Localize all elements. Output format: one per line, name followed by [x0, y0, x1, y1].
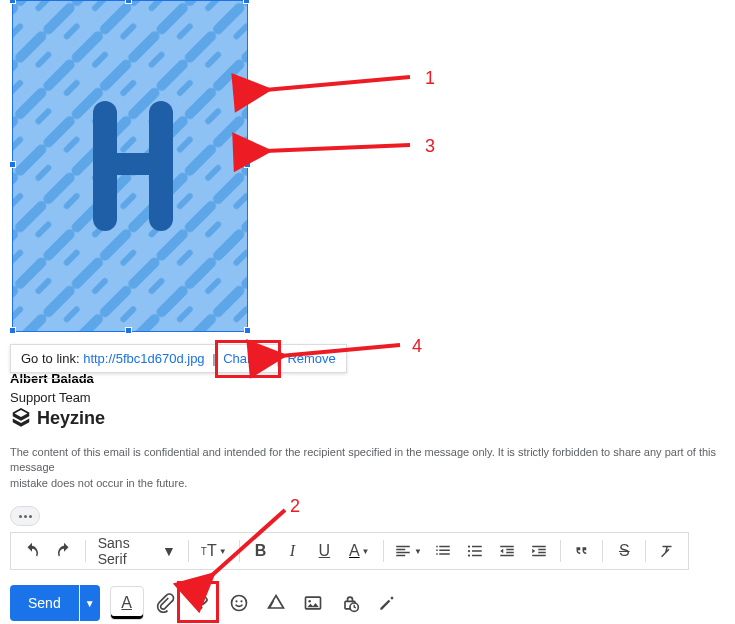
signature-name: Albert Balada — [10, 371, 94, 386]
confidential-mode-button[interactable] — [334, 587, 366, 619]
resize-handle-tr[interactable] — [243, 0, 250, 4]
italic-button[interactable]: I — [278, 536, 308, 566]
bold-button[interactable]: B — [246, 536, 276, 566]
insert-link-button[interactable] — [186, 587, 218, 619]
resize-handle-tl[interactable] — [9, 0, 16, 4]
toolbar-separator — [383, 540, 384, 562]
formatting-options-button[interactable]: A — [110, 586, 144, 620]
insert-signature-button[interactable] — [371, 587, 403, 619]
indent-more-button[interactable] — [524, 536, 554, 566]
insert-photo-button[interactable] — [297, 587, 329, 619]
link-remove-action[interactable]: Remove — [287, 351, 335, 366]
signature-role: Support Team — [10, 390, 91, 405]
heyzine-logo-icon — [10, 407, 32, 429]
signature-brand-text: Heyzine — [37, 408, 105, 429]
numbered-list-button[interactable] — [428, 536, 458, 566]
bulleted-list-button[interactable] — [460, 536, 490, 566]
disclaimer-line: The content of this email is confidentia… — [10, 445, 735, 476]
disclaimer-line: mistake does not occur in the future. — [10, 476, 735, 491]
formatting-toolbar: Sans Serif▼ TT▼ B I U A▼ ▼ S — [10, 532, 689, 570]
toolbar-separator — [602, 540, 603, 562]
font-family-dropdown[interactable]: Sans Serif▼ — [92, 536, 182, 566]
attach-file-button[interactable] — [149, 587, 181, 619]
link-popup-sep: | — [276, 351, 279, 366]
toolbar-separator — [85, 540, 86, 562]
resize-handle-bm[interactable] — [125, 327, 132, 334]
embedded-image-selected[interactable] — [12, 0, 248, 332]
redo-button[interactable] — [49, 536, 79, 566]
annotation-number-2: 2 — [290, 496, 300, 517]
undo-button[interactable] — [17, 536, 47, 566]
resize-handle-ml[interactable] — [9, 161, 16, 168]
svg-line-17 — [265, 77, 410, 90]
text-color-dropdown[interactable]: A▼ — [341, 536, 377, 566]
font-size-dropdown[interactable]: TT▼ — [195, 536, 233, 566]
svg-point-9 — [468, 554, 470, 556]
signature-brand: Heyzine — [10, 407, 105, 429]
toolbar-separator — [645, 540, 646, 562]
resize-handle-br[interactable] — [244, 327, 251, 334]
image-pattern — [13, 1, 247, 331]
svg-point-10 — [231, 596, 246, 611]
resize-handle-mr[interactable] — [244, 161, 251, 168]
send-toolbar: Send ▼ A — [10, 585, 403, 621]
svg-point-8 — [468, 550, 470, 552]
annotation-number-1: 1 — [425, 68, 435, 89]
indent-less-button[interactable] — [492, 536, 522, 566]
link-popup-label: Go to link: — [21, 351, 80, 366]
send-button[interactable]: Send — [10, 585, 79, 621]
send-options-dropdown[interactable]: ▼ — [80, 585, 100, 621]
insert-drive-button[interactable] — [260, 587, 292, 619]
align-dropdown[interactable]: ▼ — [390, 536, 426, 566]
svg-point-7 — [468, 545, 470, 547]
strikethrough-button[interactable]: S — [609, 536, 639, 566]
svg-line-18 — [265, 145, 410, 151]
svg-rect-6 — [105, 153, 161, 175]
link-popup-url[interactable]: http://5fbc1d670d.jpg — [83, 351, 204, 366]
annotation-number-4: 4 — [412, 336, 422, 357]
link-popup-sep: | — [212, 351, 215, 366]
insert-emoji-button[interactable] — [223, 587, 255, 619]
toolbar-separator — [560, 540, 561, 562]
email-disclaimer: The content of this email is confidentia… — [10, 445, 735, 491]
svg-point-14 — [308, 600, 311, 603]
toolbar-separator — [188, 540, 189, 562]
link-edit-popup: Go to link: http://5fbc1d670d.jpg | Chan… — [10, 344, 347, 373]
quote-button[interactable] — [567, 536, 597, 566]
underline-button[interactable]: U — [309, 536, 339, 566]
resize-handle-bl[interactable] — [9, 327, 16, 334]
remove-formatting-button[interactable] — [652, 536, 682, 566]
svg-point-12 — [240, 600, 242, 602]
resize-handle-tm[interactable] — [125, 0, 132, 4]
annotation-number-3: 3 — [425, 136, 435, 157]
show-trimmed-content-button[interactable] — [10, 506, 40, 526]
toolbar-separator — [239, 540, 240, 562]
link-change-action[interactable]: Change — [223, 351, 269, 366]
svg-point-11 — [235, 600, 237, 602]
